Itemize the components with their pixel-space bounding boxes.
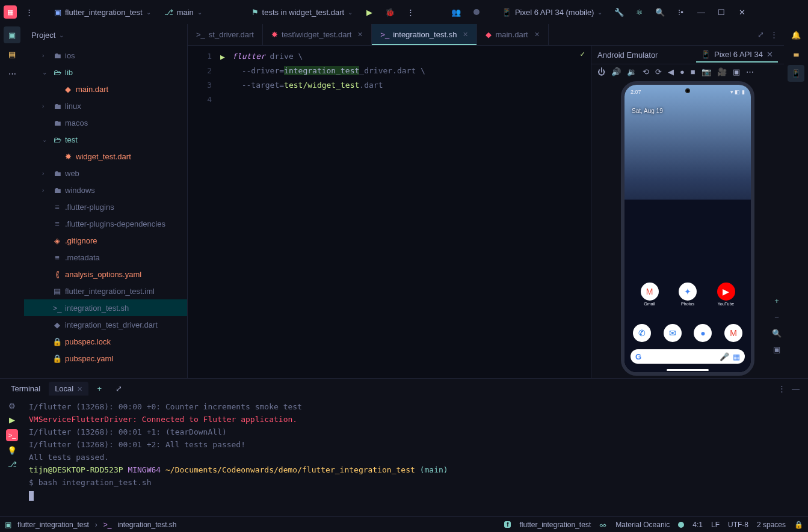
code-editor[interactable]: 1234 ▶ flutter drive \ --driver=integrat… bbox=[188, 46, 591, 378]
tree-item[interactable]: ≡.flutter-plugins-dependencies bbox=[24, 215, 187, 232]
project-tree[interactable]: ›🖿ios⌄🗁lib◆main.dart›🖿linux🖿macos⌄🗁test✸… bbox=[24, 46, 187, 378]
maximize-icon[interactable]: ☐ bbox=[713, 4, 730, 20]
project-selector[interactable]: ▣ flutter_integration_test ⌄ bbox=[49, 5, 156, 19]
close-icon[interactable]: ✕ bbox=[357, 31, 363, 38]
tree-item[interactable]: ≡.metadata bbox=[24, 249, 187, 266]
volume-up-icon[interactable]: 🔊 bbox=[611, 67, 621, 76]
tree-item[interactable]: 🔒pubspec.lock bbox=[24, 333, 187, 350]
editor-tab[interactable]: >_integration_test.sh✕ bbox=[372, 24, 477, 45]
new-terminal-button[interactable]: + bbox=[91, 380, 108, 397]
phone-dock-app[interactable]: ● bbox=[689, 324, 716, 342]
run-line-icon[interactable]: ▶ bbox=[220, 52, 225, 61]
editor-tab[interactable]: >_st_driver.dart bbox=[188, 24, 263, 45]
tree-item[interactable]: ◆integration_test_driver.dart bbox=[24, 316, 187, 333]
code-with-me-icon[interactable]: 👥 bbox=[448, 4, 464, 20]
tree-item[interactable]: ›🖿linux bbox=[24, 97, 187, 114]
bulb-icon[interactable]: 💡 bbox=[7, 446, 17, 455]
editor-tab[interactable]: ✸test\widget_test.dart✕ bbox=[263, 24, 372, 45]
tree-item[interactable]: ›🖿windows bbox=[24, 182, 187, 198]
code-area[interactable]: flutter drive \ --driver=integration_tes… bbox=[229, 46, 591, 378]
structure-tool-icon[interactable]: ⋯ bbox=[4, 65, 20, 82]
emulator-device-tab[interactable]: 📱 Pixel 6 API 34 ✕ bbox=[696, 47, 778, 63]
tree-item[interactable]: ⌄🗁test bbox=[24, 131, 187, 148]
search-icon[interactable]: 🔍 bbox=[652, 4, 668, 20]
tree-item[interactable]: >_integration_test.sh bbox=[24, 299, 187, 316]
terminal-hide-icon[interactable]: — bbox=[792, 384, 800, 393]
run-icon[interactable]: ▶ bbox=[9, 415, 15, 424]
phone-app[interactable]: ▶YouTube bbox=[713, 283, 739, 306]
phone-dock-app[interactable]: ✆ bbox=[629, 324, 655, 342]
settings-icon[interactable]: ⚙ bbox=[8, 402, 16, 411]
close-icon[interactable]: ✕ bbox=[77, 385, 82, 393]
tree-item[interactable]: ›🖿ios bbox=[24, 47, 187, 64]
editor-tab[interactable]: ◆main.dart✕ bbox=[477, 24, 548, 45]
close-icon[interactable]: ✕ bbox=[463, 31, 468, 38]
snapshot-icon[interactable]: ▣ bbox=[733, 67, 740, 76]
enter-fullscreen-icon[interactable]: ⤢ bbox=[757, 30, 764, 39]
tree-item[interactable]: ⟪analysis_options.yaml bbox=[24, 266, 187, 283]
tree-item[interactable]: ▤flutter_integration_test.iml bbox=[24, 283, 187, 299]
zoom-actual-icon[interactable]: ▣ bbox=[773, 345, 780, 354]
back-icon[interactable]: ◀ bbox=[668, 67, 674, 76]
tree-item[interactable]: ≡.flutter-plugins bbox=[24, 198, 187, 215]
tree-item[interactable]: 🖿macos bbox=[24, 114, 187, 131]
status-crumb-file[interactable]: integration_test.sh bbox=[117, 521, 176, 529]
coins-icon[interactable]: ≣ bbox=[788, 46, 804, 63]
sync-icon[interactable] bbox=[468, 4, 485, 20]
tree-item[interactable]: ◆main.dart bbox=[24, 81, 187, 97]
atom-icon[interactable]: ⚛ bbox=[631, 4, 648, 20]
status-encoding[interactable]: UTF-8 bbox=[728, 521, 748, 529]
terminal-session-tab[interactable]: Local✕ bbox=[49, 382, 88, 396]
status-theme[interactable]: Material Oceanic bbox=[615, 521, 670, 529]
tree-item[interactable]: ✸widget_test.dart bbox=[24, 148, 187, 165]
bookmarks-tool-icon[interactable]: ▤ bbox=[4, 46, 20, 63]
tab-options-icon[interactable]: ⋮ bbox=[770, 30, 778, 39]
volume-down-icon[interactable]: 🔉 bbox=[627, 67, 637, 76]
tree-item[interactable]: 🔒pubspec.yaml bbox=[24, 350, 187, 367]
screenshot-icon[interactable]: 📷 bbox=[702, 67, 711, 76]
tree-item[interactable]: ›🖿web bbox=[24, 165, 187, 182]
main-menu-button[interactable]: ⋮ bbox=[20, 4, 37, 20]
terminal-output[interactable]: I/flutter (13268): 00:00 +0: Counter inc… bbox=[24, 398, 808, 516]
notifications-icon[interactable]: 🔔 bbox=[788, 26, 804, 43]
close-icon[interactable]: ✕ bbox=[766, 50, 773, 59]
overview-icon[interactable]: ■ bbox=[691, 67, 695, 76]
terminal-title-tab[interactable]: Terminal bbox=[5, 382, 46, 396]
status-caret-pos[interactable]: 4:1 bbox=[692, 521, 703, 529]
close-icon[interactable]: ✕ bbox=[534, 31, 540, 38]
phone-search-bar[interactable]: G 🎤 ▦ bbox=[631, 349, 745, 364]
phone-app[interactable]: MGmail bbox=[637, 283, 663, 306]
tree-item[interactable]: ◈.gitignore bbox=[24, 232, 187, 249]
settings-icon[interactable]: ⁝• bbox=[672, 4, 689, 20]
status-crumb-module[interactable]: flutter_integration_test bbox=[17, 521, 89, 529]
devices-tool-icon[interactable]: 📱 bbox=[788, 65, 804, 82]
rotate-left-icon[interactable]: ⟲ bbox=[643, 67, 649, 76]
phone-dock-app[interactable]: ✉ bbox=[659, 324, 686, 342]
record-icon[interactable]: 🎥 bbox=[717, 67, 727, 76]
run-more-button[interactable]: ⋮ bbox=[402, 4, 419, 20]
readonly-lock-icon[interactable]: 🔒 bbox=[794, 521, 803, 529]
project-tool-icon[interactable]: ▣ bbox=[4, 26, 20, 43]
vcs-icon[interactable]: ⎇ bbox=[8, 460, 17, 469]
home-icon[interactable]: ● bbox=[680, 67, 685, 76]
zoom-out-icon[interactable]: − bbox=[774, 313, 779, 322]
run-button[interactable]: ▶ bbox=[361, 4, 378, 20]
run-config-selector[interactable]: ⚑ tests in widget_test.dart ⌄ bbox=[247, 5, 358, 19]
power-icon[interactable]: ⏻ bbox=[597, 67, 605, 76]
rotate-right-icon[interactable]: ⟳ bbox=[655, 67, 662, 76]
emulator-viewport[interactable]: 2:07 ▾ ◧ ▮ Sat, Aug 19 MGmail✦Photos▶You… bbox=[591, 79, 784, 378]
ide-tools-icon[interactable]: 🔧 bbox=[611, 4, 628, 20]
device-selector[interactable]: 📱 Pixel 6 API 34 (mobile) ⌄ bbox=[497, 5, 608, 19]
terminal-shell-icon[interactable]: >_ bbox=[6, 429, 19, 441]
close-window-icon[interactable]: ✕ bbox=[733, 4, 750, 20]
git-branch-selector[interactable]: ⎇ main ⌄ bbox=[159, 5, 207, 19]
project-panel-header[interactable]: Project ⌄ bbox=[24, 24, 187, 46]
tree-item[interactable]: ⌄🗁lib bbox=[24, 64, 187, 81]
zoom-in-icon[interactable]: + bbox=[774, 296, 779, 305]
phone-dock-app[interactable]: M bbox=[720, 324, 747, 342]
status-indent[interactable]: 2 spaces bbox=[757, 521, 786, 529]
emulator-more-icon[interactable]: ⋯ bbox=[746, 67, 754, 76]
minimize-icon[interactable]: — bbox=[692, 4, 709, 20]
status-line-sep[interactable]: LF bbox=[711, 521, 720, 529]
debug-button[interactable]: 🐞 bbox=[381, 4, 398, 20]
